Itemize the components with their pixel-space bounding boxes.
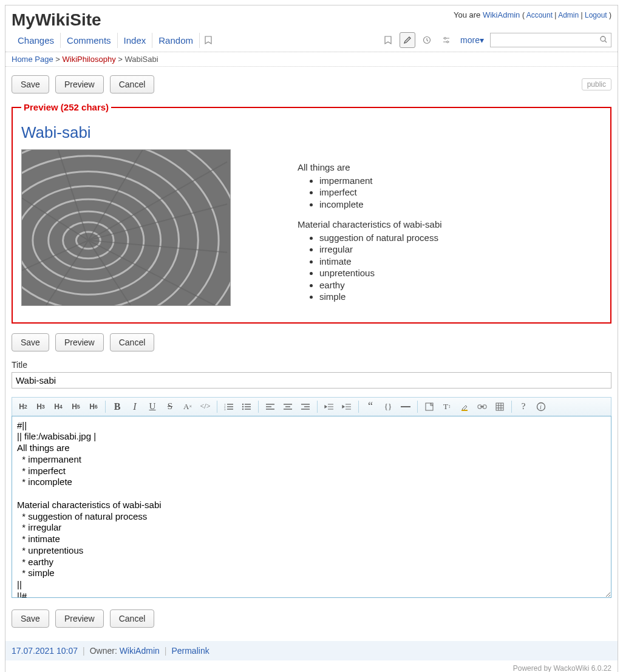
nav-random[interactable]: Random bbox=[152, 33, 200, 48]
cancel-button[interactable]: Cancel bbox=[110, 75, 155, 93]
svg-point-29 bbox=[242, 406, 243, 407]
bold-button[interactable]: B bbox=[109, 399, 126, 414]
breadcrumb-home[interactable]: Home Page bbox=[12, 55, 53, 64]
owner-label: Owner: bbox=[90, 646, 120, 656]
edit-icon[interactable] bbox=[400, 32, 415, 48]
underline-button[interactable]: U bbox=[144, 399, 161, 414]
powered-by: Powered by WackoWiki 6.0.22 bbox=[5, 660, 618, 673]
h2-button[interactable]: H2 bbox=[15, 399, 32, 414]
hr-button[interactable] bbox=[397, 399, 414, 414]
history-icon[interactable] bbox=[419, 32, 435, 48]
info-button[interactable]: i bbox=[533, 399, 550, 414]
list-item: imperfect bbox=[319, 186, 442, 199]
svg-rect-37 bbox=[496, 403, 503, 410]
account-link[interactable]: Account bbox=[526, 11, 553, 19]
editor-toolbar: H2 H3 H4 H5 H6 B I U S A× </> 123 “ {} bbox=[12, 397, 611, 416]
list-item: irregular bbox=[319, 243, 442, 256]
preview-p1: All things are bbox=[298, 161, 442, 174]
preview-button[interactable]: Preview bbox=[55, 75, 104, 93]
preview-title: Wabi-sabi bbox=[21, 123, 602, 142]
preview-image bbox=[21, 149, 231, 306]
search-icon[interactable] bbox=[599, 35, 608, 44]
list-item: simple bbox=[319, 291, 442, 303]
svg-point-3 bbox=[601, 36, 605, 41]
save-button[interactable]: Save bbox=[12, 75, 49, 93]
breadcrumb-current: WabiSabi bbox=[124, 55, 158, 64]
public-tag: public bbox=[582, 78, 611, 90]
logout-link[interactable]: Logout bbox=[585, 11, 607, 19]
editor-textarea[interactable] bbox=[12, 416, 611, 598]
code-button[interactable]: </> bbox=[197, 399, 214, 414]
settings-icon[interactable] bbox=[438, 32, 454, 48]
preview-button-3[interactable]: Preview bbox=[55, 609, 104, 628]
help-button[interactable]: ? bbox=[515, 399, 532, 414]
svg-text:i: i bbox=[540, 404, 542, 410]
h6-button[interactable]: H6 bbox=[85, 399, 102, 414]
strike-button[interactable]: S bbox=[162, 399, 179, 414]
breadcrumb-parent[interactable]: WikiPhilosophy bbox=[62, 55, 115, 64]
username-link[interactable]: WikiAdmin bbox=[483, 10, 520, 19]
table-button[interactable] bbox=[491, 399, 508, 414]
list-item: suggestion of natural process bbox=[319, 232, 442, 244]
nav-index[interactable]: Index bbox=[118, 33, 153, 48]
svg-point-2 bbox=[447, 41, 449, 43]
title-input[interactable] bbox=[12, 372, 611, 389]
admin-link[interactable]: Admin bbox=[558, 11, 579, 19]
owner-link[interactable]: WikiAdmin bbox=[120, 646, 160, 656]
outdent-button[interactable] bbox=[321, 399, 338, 414]
list-item: intimate bbox=[319, 256, 442, 268]
svg-text:3: 3 bbox=[224, 408, 226, 411]
indent-button[interactable] bbox=[338, 399, 355, 414]
textsize-button[interactable]: T↕ bbox=[438, 399, 455, 414]
breadcrumb: Home Page > WikiPhilosophy > WabiSabi bbox=[5, 52, 618, 67]
more-dropdown[interactable]: more▾ bbox=[458, 35, 486, 45]
h4-button[interactable]: H4 bbox=[50, 399, 67, 414]
nav-comments[interactable]: Comments bbox=[61, 33, 118, 48]
highlight-button[interactable] bbox=[456, 399, 473, 414]
search-input[interactable] bbox=[490, 33, 611, 47]
list-ol-button[interactable]: 123 bbox=[220, 399, 237, 414]
preview-p2: Material characteristics of wabi-sabi bbox=[298, 219, 442, 231]
preview-legend: Preview (252 chars) bbox=[21, 102, 111, 112]
note-button[interactable] bbox=[421, 399, 438, 414]
title-label: Title bbox=[12, 360, 611, 370]
bookmark-icon[interactable] bbox=[380, 32, 396, 48]
list-item: impermanent bbox=[319, 175, 442, 187]
svg-point-30 bbox=[242, 408, 243, 409]
list-item: incomplete bbox=[319, 199, 442, 211]
clear-format-button[interactable]: A× bbox=[179, 399, 196, 414]
h3-button[interactable]: H3 bbox=[32, 399, 49, 414]
list-ul-button[interactable] bbox=[238, 399, 255, 414]
bookmark-add-icon[interactable] bbox=[200, 33, 217, 47]
align-right-button[interactable] bbox=[297, 399, 314, 414]
quote-button[interactable]: “ bbox=[362, 399, 379, 414]
save-button-2[interactable]: Save bbox=[12, 333, 49, 351]
save-button-3[interactable]: Save bbox=[12, 609, 49, 628]
svg-point-1 bbox=[444, 38, 446, 39]
preview-panel: Preview (252 chars) Wabi-sabi bbox=[12, 102, 611, 324]
link-button[interactable] bbox=[474, 399, 491, 414]
svg-rect-24 bbox=[22, 150, 230, 305]
site-title: MyWikiSite bbox=[12, 10, 101, 30]
list-item: unpretentious bbox=[319, 267, 442, 279]
nav-changes[interactable]: Changes bbox=[12, 33, 61, 48]
italic-button[interactable]: I bbox=[126, 399, 143, 414]
braces-button[interactable]: {} bbox=[380, 399, 397, 414]
timestamp-link[interactable]: 17.07.2021 10:07 bbox=[12, 646, 78, 656]
user-info: You are WikiAdmin ( Account | Admin | Lo… bbox=[454, 10, 611, 19]
align-center-button[interactable] bbox=[279, 399, 296, 414]
you-are-label: You are bbox=[454, 10, 483, 19]
cancel-button-2[interactable]: Cancel bbox=[110, 333, 155, 351]
cancel-button-3[interactable]: Cancel bbox=[110, 609, 155, 628]
svg-point-28 bbox=[242, 403, 243, 404]
preview-list1: impermanent imperfect incomplete bbox=[319, 175, 442, 211]
h5-button[interactable]: H5 bbox=[67, 399, 84, 414]
preview-button-2[interactable]: Preview bbox=[55, 333, 104, 351]
align-left-button[interactable] bbox=[262, 399, 279, 414]
list-item: earthy bbox=[319, 279, 442, 291]
preview-list2: suggestion of natural process irregular … bbox=[319, 232, 442, 303]
permalink-link[interactable]: Permalink bbox=[171, 646, 209, 656]
